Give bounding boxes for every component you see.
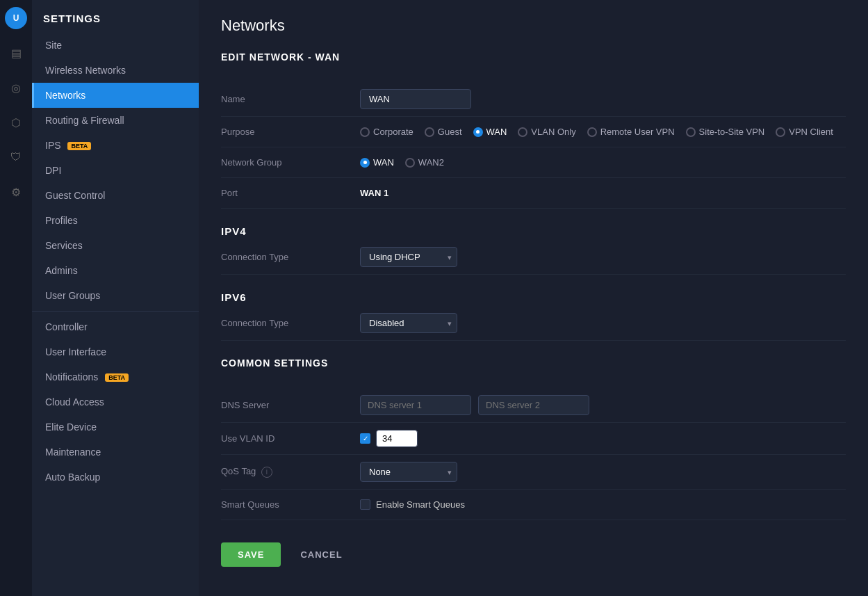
save-button[interactable]: SAVE xyxy=(221,542,281,567)
ipv6-connection-type-control: Disabled DHCPv6 Static xyxy=(360,313,846,333)
sidebar-item-admins[interactable]: Admins xyxy=(32,258,199,283)
use-vlan-id-row: Use VLAN ID ✓ xyxy=(221,423,846,455)
ipv6-connection-type-row: Connection Type Disabled DHCPv6 Static xyxy=(221,306,846,341)
network-group-control: WAN WAN2 xyxy=(360,157,846,168)
radio-ng-wan xyxy=(360,158,370,168)
sidebar-item-maintenance[interactable]: Maintenance xyxy=(32,440,199,465)
port-row: Port WAN 1 xyxy=(221,178,846,209)
sidebar-item-dpi[interactable]: DPI xyxy=(32,158,199,183)
qos-tag-label: QoS Tag i xyxy=(221,466,360,478)
sidebar-title: SETTINGS xyxy=(32,0,199,33)
smart-queues-label: Smart Queues xyxy=(221,499,360,510)
ips-beta-badge: BETA xyxy=(67,142,91,150)
sidebar-item-guest-control[interactable]: Guest Control xyxy=(32,183,199,208)
name-row: Name xyxy=(221,82,846,117)
network-group-row: Network Group WAN WAN2 xyxy=(221,147,846,178)
dns-server-control xyxy=(360,395,846,415)
qos-tag-control: None EF CS0 xyxy=(360,462,846,482)
use-vlan-id-label: Use VLAN ID xyxy=(221,433,360,444)
smart-queues-control: Enable Smart Queues xyxy=(360,499,846,510)
dns-server-1-input[interactable] xyxy=(360,395,471,415)
qos-tag-wrapper: None EF CS0 xyxy=(360,462,457,482)
shield-icon[interactable]: 🛡 xyxy=(5,146,27,168)
use-vlan-id-control: ✓ xyxy=(360,430,846,447)
smart-queues-enable-label: Enable Smart Queues xyxy=(376,499,465,510)
purpose-vpn-client[interactable]: VPN Client xyxy=(776,127,833,137)
gear-icon[interactable]: ⚙ xyxy=(5,181,27,203)
sidebar-item-user-groups[interactable]: User Groups xyxy=(32,283,199,308)
ipv6-title: IPV6 xyxy=(221,291,846,303)
purpose-label: Purpose xyxy=(221,127,360,137)
purpose-wan[interactable]: WAN xyxy=(473,127,507,137)
sidebar-divider xyxy=(32,311,199,312)
ipv4-title: IPV4 xyxy=(221,225,846,237)
sidebar-item-user-interface[interactable]: User Interface xyxy=(32,339,199,364)
vlan-checkbox[interactable]: ✓ xyxy=(360,433,370,444)
common-settings-title: COMMON SETTINGS xyxy=(221,357,846,374)
sidebar-item-elite-device[interactable]: Elite Device xyxy=(32,414,199,440)
purpose-vlan-only[interactable]: VLAN Only xyxy=(518,127,575,137)
sidebar-item-wireless-networks[interactable]: Wireless Networks xyxy=(32,58,199,83)
qos-tag-row: QoS Tag i None EF CS0 xyxy=(221,455,846,490)
smart-queues-checkbox[interactable] xyxy=(360,499,370,510)
sidebar-item-cloud-access[interactable]: Cloud Access xyxy=(32,389,199,414)
page-title: Networks xyxy=(221,17,846,35)
port-control: WAN 1 xyxy=(360,188,846,198)
purpose-site-to-site-vpn[interactable]: Site-to-Site VPN xyxy=(686,127,765,137)
sidebar-item-ips[interactable]: IPS BETA xyxy=(32,133,199,158)
port-value: WAN 1 xyxy=(360,188,388,198)
port-label: Port xyxy=(221,188,360,198)
sidebar-item-site[interactable]: Site xyxy=(32,33,199,58)
sidebar-item-notifications[interactable]: Notifications BETA xyxy=(32,364,199,389)
sidebar-item-profiles[interactable]: Profiles xyxy=(32,208,199,233)
dns-group xyxy=(360,395,589,415)
icon-bar: U ▤ ◎ ⬡ 🛡 ⚙ xyxy=(0,0,32,596)
sidebar-item-services[interactable]: Services xyxy=(32,233,199,258)
network-group-radio-group: WAN WAN2 xyxy=(360,157,444,168)
ipv4-connection-type-row: Connection Type Using DHCP Static PPPoE xyxy=(221,240,846,275)
location-icon[interactable]: ◎ xyxy=(5,76,27,99)
radio-vlan-only xyxy=(518,127,527,137)
purpose-radio-group: Corporate Guest WAN VLAN Only Remote Use… xyxy=(360,127,833,137)
logo-icon[interactable]: U xyxy=(5,7,27,29)
network-group-label: Network Group xyxy=(221,157,360,168)
radio-corporate xyxy=(360,127,370,137)
network-icon[interactable]: ⬡ xyxy=(5,111,27,134)
smart-queues-checkbox-row: Enable Smart Queues xyxy=(360,499,465,510)
radio-remote-user-vpn xyxy=(587,127,597,137)
sidebar-item-networks[interactable]: Networks xyxy=(32,83,199,108)
qos-info-icon[interactable]: i xyxy=(261,467,272,478)
action-row: SAVE CANCEL xyxy=(221,542,846,567)
ipv4-connection-type-label: Connection Type xyxy=(221,252,360,262)
radio-vpn-client xyxy=(776,127,785,137)
network-group-wan[interactable]: WAN xyxy=(360,157,394,168)
dns-server-label: DNS Server xyxy=(221,400,360,410)
sidebar: SETTINGS Site Wireless Networks Networks… xyxy=(32,0,199,596)
stats-icon[interactable]: ▤ xyxy=(5,42,27,64)
name-input[interactable] xyxy=(360,89,471,109)
purpose-corporate[interactable]: Corporate xyxy=(360,127,413,137)
smart-queues-row: Smart Queues Enable Smart Queues xyxy=(221,490,846,520)
vlan-checkbox-row: ✓ xyxy=(360,430,418,447)
network-group-wan2[interactable]: WAN2 xyxy=(405,157,444,168)
sidebar-item-routing-firewall[interactable]: Routing & Firewall xyxy=(32,108,199,133)
sidebar-item-controller[interactable]: Controller xyxy=(32,314,199,339)
ipv4-connection-type-control: Using DHCP Static PPPoE xyxy=(360,247,846,267)
radio-guest xyxy=(425,127,434,137)
cancel-button[interactable]: CANCEL xyxy=(289,542,353,567)
ipv6-connection-type-label: Connection Type xyxy=(221,318,360,328)
purpose-control: Corporate Guest WAN VLAN Only Remote Use… xyxy=(360,127,846,137)
sidebar-item-auto-backup[interactable]: Auto Backup xyxy=(32,465,199,490)
purpose-guest[interactable]: Guest xyxy=(425,127,462,137)
name-label: Name xyxy=(221,94,360,104)
qos-tag-select[interactable]: None EF CS0 xyxy=(360,462,457,482)
dns-server-2-input[interactable] xyxy=(478,395,589,415)
ipv6-connection-type-select[interactable]: Disabled DHCPv6 Static xyxy=(360,313,457,333)
main-content: Networks EDIT NETWORK - WAN Name Purpose… xyxy=(199,0,868,596)
purpose-remote-user-vpn[interactable]: Remote User VPN xyxy=(587,127,675,137)
ipv4-connection-type-select[interactable]: Using DHCP Static PPPoE xyxy=(360,247,457,267)
ipv6-connection-type-wrapper: Disabled DHCPv6 Static xyxy=(360,313,457,333)
notifications-beta-badge: BETA xyxy=(105,373,129,382)
vlan-id-input[interactable] xyxy=(376,430,418,447)
edit-network-title: EDIT NETWORK - WAN xyxy=(221,51,846,68)
